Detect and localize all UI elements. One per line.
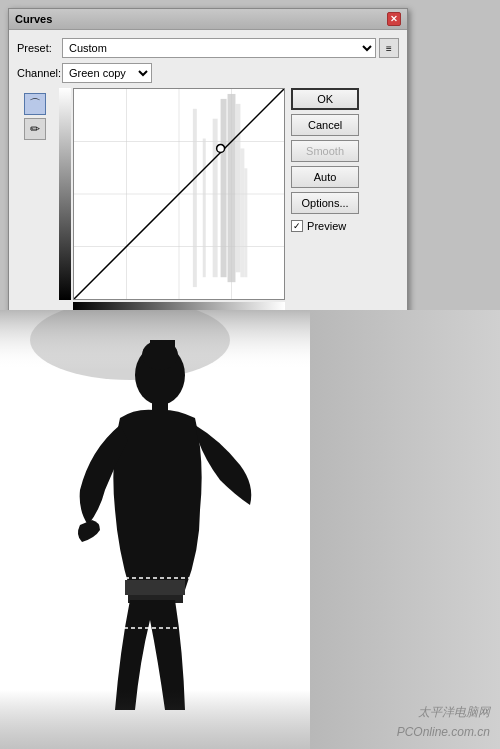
svg-rect-10 (228, 94, 236, 282)
svg-rect-26 (0, 690, 310, 749)
preset-row: Preset: Custom ≡ (17, 38, 399, 58)
smooth-button[interactable]: Smooth (291, 140, 359, 162)
gray-side-panel (310, 310, 500, 749)
svg-rect-23 (125, 580, 185, 595)
svg-rect-12 (240, 148, 244, 277)
watermark-line1: PCOnline.com.cn (397, 725, 490, 739)
close-button[interactable]: ✕ (387, 12, 401, 26)
preview-checkbox[interactable]: ✓ (291, 220, 303, 232)
cancel-button[interactable]: Cancel (291, 114, 359, 136)
tools-column: ⌒ ✏ (24, 88, 46, 140)
preset-menu-icon[interactable]: ≡ (379, 38, 399, 58)
curves-and-gradient (59, 88, 285, 314)
svg-rect-13 (244, 168, 247, 277)
svg-rect-6 (193, 109, 197, 287)
silhouette-svg (0, 310, 310, 749)
auto-button[interactable]: Auto (291, 166, 359, 188)
curves-wrapper[interactable] (73, 88, 285, 314)
preset-select[interactable]: Custom (62, 38, 376, 58)
svg-rect-21 (150, 340, 175, 360)
grid-svg (74, 89, 284, 299)
preset-label: Preset: (17, 42, 62, 54)
curves-canvas[interactable] (73, 88, 285, 300)
channel-row: Channel: Green copy (17, 63, 399, 83)
y-axis-gradient (59, 88, 71, 300)
svg-point-15 (217, 144, 225, 152)
svg-rect-7 (203, 139, 206, 278)
channel-label: Channel: (17, 67, 62, 79)
ok-button[interactable]: OK (291, 88, 359, 110)
preview-label: Preview (307, 220, 346, 232)
svg-rect-11 (236, 104, 241, 272)
preview-row: ✓ Preview (291, 220, 361, 232)
pencil-tool-icon[interactable]: ✏ (24, 118, 46, 140)
channel-select[interactable]: Green copy (62, 63, 152, 83)
image-area: PCOnline.com.cn 太平洋电脑网 (0, 310, 500, 749)
dialog-title: Curves (15, 13, 52, 25)
dialog-titlebar: Curves ✕ (9, 9, 407, 30)
curve-tool-icon[interactable]: ⌒ (24, 93, 46, 115)
svg-rect-8 (213, 119, 218, 277)
svg-rect-9 (221, 99, 227, 277)
watermark-line2: 太平洋电脑网 (418, 704, 490, 721)
photo-container (0, 310, 310, 749)
options-button[interactable]: Options... (291, 192, 359, 214)
